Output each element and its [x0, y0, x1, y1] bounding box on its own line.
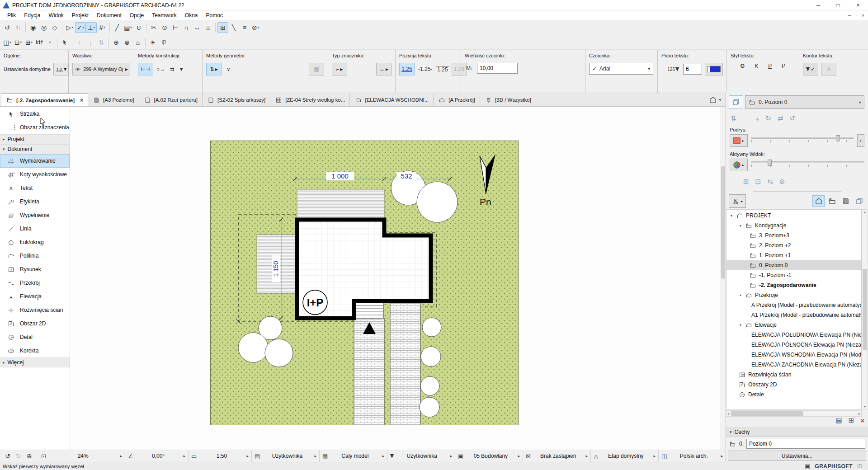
- tree-item-poziom3[interactable]: 3. Poziom+3: [726, 230, 861, 240]
- gravity-icon[interactable]: ⊥▾: [86, 22, 97, 33]
- view-switcher-dropdown-icon[interactable]: ▾: [719, 98, 721, 102]
- tab-elewacja-wschodnia[interactable]: [ELEWACJA WSCHODNI...: [350, 94, 434, 106]
- reset-icon[interactable]: ↺: [790, 114, 796, 122]
- outline-pen-button[interactable]: ✓: [803, 63, 818, 75]
- tree-item-elewacja-poludniowa[interactable]: ELEWACJA POŁUDNIOWA Elewacja PN (Niezale…: [726, 330, 861, 340]
- tree-item-poziom1[interactable]: 1. Poziom +1: [726, 250, 861, 260]
- text-in-line-button[interactable]: -1.25-: [417, 66, 434, 72]
- tree-item-zagospodarowanie[interactable]: -2. Zagospodarowanie: [726, 280, 861, 290]
- previous-zoom-icon[interactable]: ↺: [2, 451, 13, 461]
- drawing-canvas[interactable]: 1 000 532 1 150 I+P Pn: [70, 107, 720, 450]
- tab-3d-wszystko[interactable]: [3D / Wszystko]: [480, 94, 536, 106]
- slider-thumb[interactable]: [836, 135, 840, 141]
- redo-icon[interactable]: ↻: [13, 22, 24, 33]
- go-to-dropdown-icon[interactable]: ▾: [44, 37, 55, 48]
- italic-button[interactable]: K: [753, 63, 760, 69]
- undo-icon[interactable]: ↺: [2, 22, 13, 33]
- tab-zagospodarowanie[interactable]: [-2. Zagospodarowanie] ×: [1, 94, 88, 106]
- panel-window-icon[interactable]: ▣: [805, 463, 810, 470]
- rotate-icon[interactable]: ↻: [765, 114, 771, 122]
- bold-button[interactable]: G: [739, 63, 746, 69]
- tool-rysunek[interactable]: Rysunek: [0, 263, 70, 276]
- mirror-icon[interactable]: ⇄: [778, 114, 783, 122]
- pen-set-segment[interactable]: Użytkownika▸: [387, 450, 455, 462]
- linear-dimension-method-button[interactable]: ⊢⊣: [138, 63, 153, 75]
- menu-teamwork[interactable]: Teamwork: [148, 11, 180, 19]
- tool-linia[interactable]: Linia: [0, 222, 70, 235]
- menu-widok[interactable]: Widok: [45, 11, 67, 19]
- tool-elewacja[interactable]: Elewacja: [0, 290, 70, 303]
- properties-section-header[interactable]: ▾ Cechy: [726, 428, 868, 437]
- story-name-input[interactable]: [746, 439, 865, 449]
- suspend-groups-icon[interactable]: ╲: [228, 22, 239, 33]
- underline-button[interactable]: P: [767, 63, 773, 69]
- tool-luk-okrag[interactable]: Łuk/okrąg: [0, 235, 70, 249]
- redraw-icon[interactable]: ⊘: [779, 178, 785, 186]
- dimension-standard-segment[interactable]: ▣ 05 Budowlany▸: [455, 450, 523, 462]
- tool-etykieta[interactable]: Etykieta: [0, 195, 70, 208]
- underlay-more-button[interactable]: ▸: [857, 134, 864, 147]
- compare-icon[interactable]: ⇆: [767, 178, 773, 186]
- tool-przekroj[interactable]: Przekrój: [0, 276, 70, 290]
- resize-icon[interactable]: ⌂: [203, 22, 213, 33]
- menu-dokument[interactable]: Dokument: [93, 11, 125, 19]
- tree-item-obszary-2d[interactable]: Obszary 2D: [726, 380, 861, 390]
- snap-points-icon[interactable]: ∪: [133, 22, 144, 33]
- layer-selector[interactable]: 299-A Wymiary Opisy ▸: [72, 63, 130, 75]
- zoom-in-icon[interactable]: ⊕: [24, 451, 35, 461]
- grid-snap-icon[interactable]: ⊕: [111, 37, 122, 48]
- menu-projekt[interactable]: Projekt: [68, 11, 92, 19]
- tree-item-rozwiniecia-scian[interactable]: Rozwinięcia ścian: [726, 370, 861, 380]
- tree-item-elewacja-polnocna[interactable]: ELEWACJA PÓŁNOCNA Elewacja PN (Niezależn…: [726, 340, 861, 350]
- favorites-icon[interactable]: ◇: [49, 22, 60, 33]
- canvas-vertical-scrollbar[interactable]: [720, 107, 726, 450]
- tab-close-icon[interactable]: ×: [80, 97, 83, 103]
- active-view-color-button[interactable]: ▸: [730, 159, 748, 171]
- sun-settings-icon[interactable]: ☀: [147, 37, 158, 48]
- fillet-icon[interactable]: ∩: [181, 22, 192, 33]
- lock-coordinate-icon[interactable]: ⊗: [122, 37, 132, 48]
- select-cursor-icon[interactable]: [59, 37, 70, 48]
- pan-icon[interactable]: ⊞: [743, 178, 749, 186]
- window-close-button[interactable]: ×: [848, 0, 868, 10]
- renovation-segment[interactable]: △ Etap domyślny▸: [591, 450, 659, 462]
- view-switcher-house-icon[interactable]: [708, 96, 718, 104]
- tree-item-kondygnacje[interactable]: ▾Kondygnacje: [726, 221, 861, 230]
- publisher-button[interactable]: [853, 195, 865, 207]
- outline-frame-button[interactable]: A: [821, 63, 836, 75]
- tree-item-przekroj-a1[interactable]: A1 Przekrój (Model - przebudowanie autom…: [726, 310, 861, 320]
- zoom-segment[interactable]: ⊡ 24%▸: [38, 450, 125, 462]
- baseline-dimension-method-button[interactable]: ⇉: [168, 66, 175, 72]
- project-map-button[interactable]: [812, 195, 825, 207]
- cumulative-dimension-method-button[interactable]: ○→: [155, 66, 166, 72]
- tab-strefy[interactable]: [ZE-04 Strefy według ko...: [270, 94, 350, 106]
- text-below-line-button[interactable]: 1.25: [436, 66, 449, 73]
- tool-strzalka[interactable]: Strzałka: [0, 107, 70, 121]
- drag-icon[interactable]: +: [755, 115, 760, 122]
- snap-grid-icon[interactable]: #▾: [97, 22, 108, 33]
- arrow-tool-icon[interactable]: ▷▾: [64, 22, 75, 33]
- slider-thumb[interactable]: [768, 160, 772, 166]
- menu-okna[interactable]: Okna: [181, 11, 202, 19]
- underlay-color-button[interactable]: ▸: [730, 134, 748, 147]
- tree-item-poziom2[interactable]: 2. Poziom +2: [726, 240, 861, 250]
- menu-pomoc[interactable]: Pomoc: [203, 11, 226, 19]
- wall-dimension-button[interactable]: ▦: [309, 63, 324, 75]
- tool-koty-wysokosciowe[interactable]: Koty wysokościowe: [0, 168, 70, 181]
- fit-window-icon[interactable]: ⊡: [755, 178, 761, 186]
- tool-korekta[interactable]: Korekta: [0, 344, 70, 357]
- tool-obszar-zaznaczenia[interactable]: Obszar zaznaczenia: [0, 121, 70, 134]
- arc-geometry-button[interactable]: ∨: [225, 66, 232, 72]
- tool-rozwiniecia-scian[interactable]: Rozwinięcia ścian: [0, 303, 70, 317]
- toolbox-section-wiecej[interactable]: ▸ Więcej: [0, 357, 70, 367]
- trim-icon[interactable]: ✂: [148, 22, 159, 33]
- overrides-segment[interactable]: ⊠ Brak zastąpień▸: [523, 450, 591, 462]
- witness-line-button[interactable]: ↔▸: [376, 63, 392, 75]
- tree-vertical-scrollbar[interactable]: ▴▾: [862, 209, 868, 409]
- view-box-icon[interactable]: ⊡▾: [13, 37, 24, 48]
- home-story-icon[interactable]: ⌂: [132, 37, 143, 48]
- tree-item-przekroje[interactable]: ▾Przekroje: [726, 290, 861, 300]
- model-filter-segment[interactable]: ▦ Cały model▸: [320, 450, 387, 462]
- tab-overview-button[interactable]: [729, 95, 743, 109]
- menu-edycja[interactable]: Edycja: [20, 11, 44, 19]
